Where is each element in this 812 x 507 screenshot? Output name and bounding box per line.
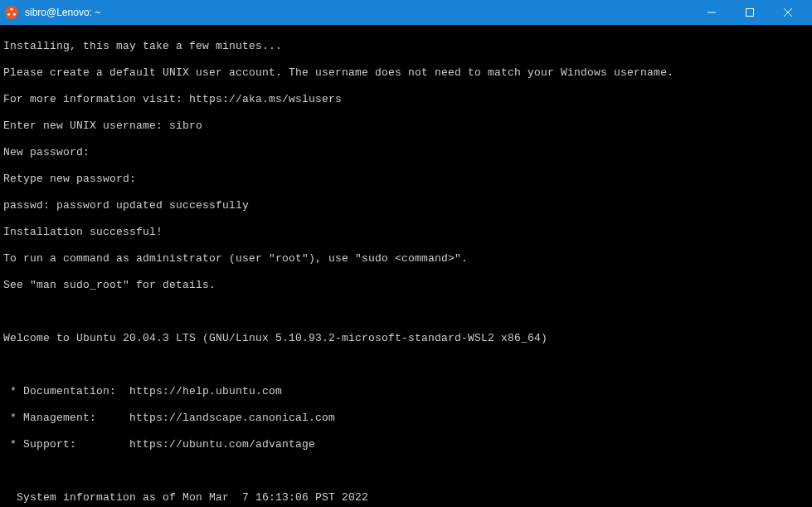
svg-rect-4 <box>746 9 754 17</box>
close-button[interactable] <box>769 0 807 25</box>
minimize-button[interactable] <box>693 0 731 25</box>
maximize-button[interactable] <box>731 0 769 25</box>
terminal-line <box>3 465 809 478</box>
window-title: sibro@Lenovo: ~ <box>25 7 693 18</box>
ubuntu-icon <box>5 6 18 19</box>
window-titlebar: sibro@Lenovo: ~ <box>0 0 812 25</box>
window-controls <box>693 0 807 25</box>
terminal-line: * Support: https://ubuntu.com/advantage <box>3 438 809 451</box>
terminal-line: passwd: password updated successfully <box>3 199 809 212</box>
terminal-line: System information as of Mon Mar 7 16:13… <box>3 491 809 505</box>
svg-point-2 <box>13 13 16 16</box>
terminal-line: * Management: https://landscape.canonica… <box>3 412 809 425</box>
terminal-line: Installing, this may take a few minutes.… <box>3 40 809 53</box>
terminal-line: For more information visit: https://aka.… <box>3 93 809 106</box>
terminal-line: Welcome to Ubuntu 20.04.3 LTS (GNU/Linux… <box>3 332 809 345</box>
terminal-line: To run a command as administrator (user … <box>3 252 809 266</box>
terminal-line <box>3 305 809 319</box>
terminal-line: Retype new password: <box>3 173 809 186</box>
terminal-line: Please create a default UNIX user accoun… <box>3 66 809 80</box>
terminal-line: Enter new UNIX username: sibro <box>3 119 809 133</box>
terminal-line <box>3 358 809 372</box>
terminal-line: Installation successful! <box>3 226 809 239</box>
svg-point-1 <box>7 13 10 16</box>
svg-point-0 <box>11 8 13 11</box>
terminal-line: See "man sudo_root" for details. <box>3 279 809 292</box>
terminal-line: New password: <box>3 146 809 159</box>
terminal-output[interactable]: Installing, this may take a few minutes.… <box>0 25 812 507</box>
terminal-line: * Documentation: https://help.ubuntu.com <box>3 385 809 398</box>
